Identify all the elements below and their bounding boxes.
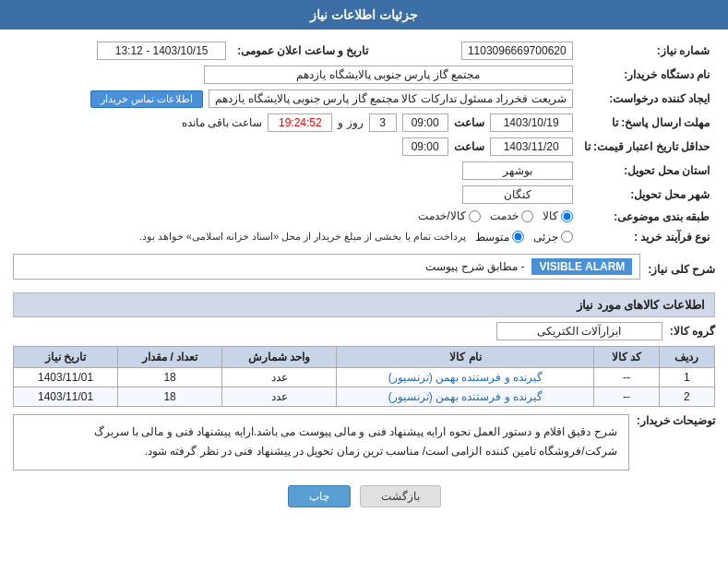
action-buttons: بازگشت چاپ <box>13 485 715 507</box>
buyer-notes-text: شرح دقیق اقلام و دستور العمل نحوه ارایه … <box>94 425 617 459</box>
buyer-label: نام دستگاه خریدار: <box>579 63 715 87</box>
desc-row: شرح کلی نیاز: VISIBLE ALARM - مطابق شرح … <box>13 254 715 285</box>
table-header-row: ردیف کد کالا نام کالا واحد شمارش تعداد /… <box>14 346 715 367</box>
req-number-row: شماره نیاز: 1103096669700620 تاریخ و ساع… <box>13 39 715 63</box>
city-value: كنگان <box>462 185 573 204</box>
notes-section: توضیحات خریدار: شرح دقیق اقلام و دستور ا… <box>13 414 715 478</box>
purchase-type-option-2[interactable]: متوسط <box>475 231 524 244</box>
contact-info-button[interactable]: اطلاعات تماس خریدار <box>90 90 203 108</box>
req-number-value: 1103096669700620 <box>461 42 573 60</box>
price-deadline-label: حداقل تاریخ اعتبار قیمت: تا <box>579 135 715 159</box>
alarm-desc: - مطابق شرح پیوست <box>21 260 524 273</box>
buyer-value: مجتمع گاز پارس جنوبی پالایشگاه یازدهم <box>204 66 573 84</box>
content-area: شماره نیاز: 1103096669700620 تاریخ و ساع… <box>0 30 728 517</box>
creator-row: ایجاد کننده درخواست: شریعت فخرزاد مسئول … <box>13 87 715 111</box>
category-option-3[interactable]: کالا/خدمت <box>418 209 480 222</box>
purchase-type-option-1[interactable]: جزئی <box>533 231 573 244</box>
price-time-label: ساعت <box>454 140 484 153</box>
price-deadline-row: حداقل تاریخ اعتبار قیمت: تا 1403/11/20 س… <box>13 135 715 159</box>
response-remaining: 19:24:52 <box>268 113 332 132</box>
back-button[interactable]: بازگشت <box>360 485 441 507</box>
col-code: کد کالا <box>594 346 659 367</box>
print-button[interactable]: چاپ <box>288 485 351 507</box>
col-unit: واحد شمارش <box>222 346 337 367</box>
buyer-notes: شرح دقیق اقلام و دستور العمل نحوه ارایه … <box>13 414 629 471</box>
group-value: ابزارآلات الکتریکی <box>496 322 662 340</box>
buyer-notes-label: توضیحات خریدار: <box>637 414 715 427</box>
category-option-1[interactable]: کالا <box>543 209 573 222</box>
city-row: شهر محل تحویل: كنگان <box>13 183 715 207</box>
alarm-bar: VISIBLE ALARM - مطابق شرح پیوست <box>13 254 640 280</box>
price-time: 09:00 <box>402 137 448 156</box>
category-radio-group: کالا خدمت کالا/خدمت <box>418 209 572 222</box>
info-table: شماره نیاز: 1103096669700620 تاریخ و ساع… <box>13 39 715 246</box>
creator-value: شریعت فخرزاد مسئول تداركات كالا مجتمع گا… <box>209 89 572 108</box>
date-label: تاریخ و ساعت اعلان عمومی: <box>232 39 387 63</box>
response-date: 1403/10/19 <box>490 113 573 132</box>
province-row: استان محل تحویل: بوشهر <box>13 159 715 183</box>
province-value: بوشهر <box>462 161 573 180</box>
alarm-label: VISIBLE ALARM <box>531 258 632 275</box>
category-option-2[interactable]: خدمت <box>490 209 533 222</box>
province-label: استان محل تحویل: <box>579 159 715 183</box>
group-row: گروه کالا: ابزارآلات الکتریکی <box>13 322 715 340</box>
table-row: 2 -- گیرنده و فرستنده بهمن (ترنسیور) عدد… <box>14 387 715 406</box>
response-remaining-label: ساعت باقی مانده <box>182 116 263 129</box>
page-wrapper: جزئیات اطلاعات نیاز شماره نیاز: 11030966… <box>0 0 728 572</box>
col-name: نام کالا <box>337 346 594 367</box>
creator-label: ایجاد کننده درخواست: <box>579 87 715 111</box>
purchase-type-row: نوع فرآیند خرید : جزئی متوسط پرداخت تمام… <box>13 228 715 246</box>
purchase-type-radio-group: جزئی متوسط <box>475 231 573 244</box>
col-qty: تعداد / مقدار <box>118 346 222 367</box>
items-section-header: اطلاعات کالاهای مورد نیاز <box>13 292 715 317</box>
desc-label: شرح کلی نیاز: <box>648 263 715 276</box>
buyer-row: نام دستگاه خریدار: مجتمع گاز پارس جنوبی … <box>13 63 715 87</box>
category-label: طبقه بندی موضوعی: <box>579 207 715 228</box>
table-row: 1 -- گیرنده و فرستنده بهمن (ترنسیور) عدد… <box>14 367 715 387</box>
response-days: 3 <box>369 113 397 132</box>
response-deadline-label: مهلت ارسال پاسخ: تا <box>579 111 715 135</box>
city-label: شهر محل تحویل: <box>579 183 715 207</box>
purchase-type-note: پرداخت تمام یا بخشی از مبلغ خریدار از مح… <box>139 231 466 243</box>
page-header: جزئیات اطلاعات نیاز <box>0 0 728 30</box>
req-number-label: شماره نیاز: <box>579 39 715 63</box>
category-row: طبقه بندی موضوعی: کالا خدمت کالا/خدمت <box>13 207 715 228</box>
date-value: 1403/10/15 - 13:12 <box>97 42 226 60</box>
price-date: 1403/11/20 <box>490 137 573 156</box>
header-title: جزئیات اطلاعات نیاز <box>310 7 418 22</box>
items-table: ردیف کد کالا نام کالا واحد شمارش تعداد /… <box>13 346 715 407</box>
response-time-label: ساعت <box>454 116 484 129</box>
group-label: گروه کالا: <box>670 325 715 338</box>
col-row: ردیف <box>659 346 714 367</box>
col-date: تاریخ نیاز <box>14 346 118 367</box>
purchase-type-label: نوع فرآیند خرید : <box>579 228 715 246</box>
response-deadline-row: مهلت ارسال پاسخ: تا 1403/10/19 ساعت 09:0… <box>13 111 715 135</box>
response-days-label: روز و <box>338 116 363 129</box>
response-time: 09:00 <box>402 113 448 132</box>
